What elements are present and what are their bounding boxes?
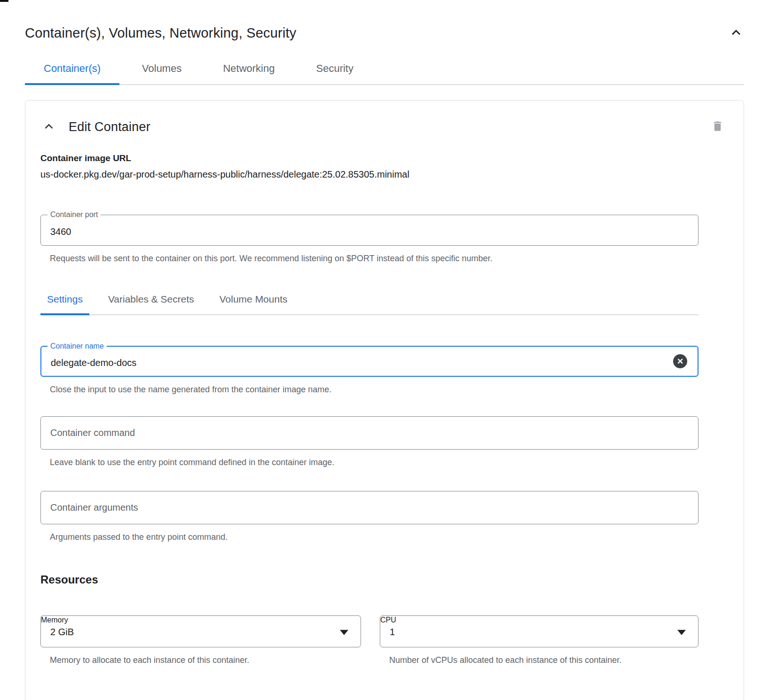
container-name-helper: Close the input to use the name generate… [50,384,698,395]
section-header: Container(s), Volumes, Networking, Secur… [25,24,744,42]
memory-label: Memory [41,616,68,624]
chevron-up-icon [729,25,743,41]
caret-down-icon [340,630,348,635]
memory-helper: Memory to allocate to each instance of t… [50,654,361,666]
trash-icon [711,120,724,134]
chevron-up-icon [42,120,55,134]
container-port-helper: Requests will be sent to the container o… [50,253,698,264]
tab-networking[interactable]: Networking [204,56,293,84]
container-arguments-field [40,491,698,524]
container-command-input[interactable] [41,417,698,449]
tab-security[interactable]: Security [297,56,372,84]
main-tab-bar: Container(s) Volumes Networking Security [25,56,744,85]
tab-variables-secrets[interactable]: Variables & Secrets [102,286,201,314]
container-arguments-input[interactable] [41,491,698,524]
cpu-value: 1 [390,627,395,638]
page-title: Container(s), Volumes, Networking, Secur… [25,25,297,41]
cpu-helper: Number of vCPUs allocated to each instan… [389,654,643,666]
container-arguments-helper: Arguments passed to the entry point comm… [50,531,698,543]
container-command-helper: Leave blank to use the entry point comma… [50,457,698,468]
memory-value: 2 GiB [50,627,74,638]
container-settings-panel: Container(s), Volumes, Networking, Secur… [0,24,769,700]
tab-containers[interactable]: Container(s) [25,56,119,84]
container-image-url-label: Container image URL [40,153,698,163]
cancel-icon: ✕ [677,358,683,366]
section-collapse-button[interactable] [728,24,744,42]
tab-volumes[interactable]: Volumes [123,56,200,84]
container-port-input[interactable] [41,215,698,245]
edit-container-collapse-button[interactable] [41,119,56,135]
edit-container-card: Edit Container Container image URL us-do… [25,100,744,700]
container-port-field: Container port [40,215,698,246]
container-command-field [40,416,698,450]
cpu-select[interactable]: CPU 1 [380,615,698,647]
container-port-label: Container port [47,210,101,219]
resources-heading: Resources [40,573,698,586]
cpu-label: CPU [380,616,396,624]
edit-container-title: Edit Container [69,120,150,134]
tab-volume-mounts[interactable]: Volume Mounts [213,286,294,314]
container-name-label: Container name [47,342,107,351]
screenshot-edge-artifact [0,0,8,2]
edit-container-header: Edit Container [40,117,725,137]
container-name-field: Container name ✕ [40,346,698,377]
tab-settings[interactable]: Settings [40,286,89,314]
memory-select[interactable]: Memory 2 GiB [40,615,361,647]
caret-down-icon [677,630,686,635]
container-tab-bar: Settings Variables & Secrets Volume Moun… [40,286,698,315]
delete-container-button[interactable] [710,119,725,135]
clear-container-name-button[interactable]: ✕ [673,354,687,368]
resources-row: Memory 2 GiB Memory to allocate to each … [40,615,698,666]
container-name-input[interactable] [41,347,698,376]
container-image-url-value: us-docker.pkg.dev/gar-prod-setup/harness… [40,169,698,181]
